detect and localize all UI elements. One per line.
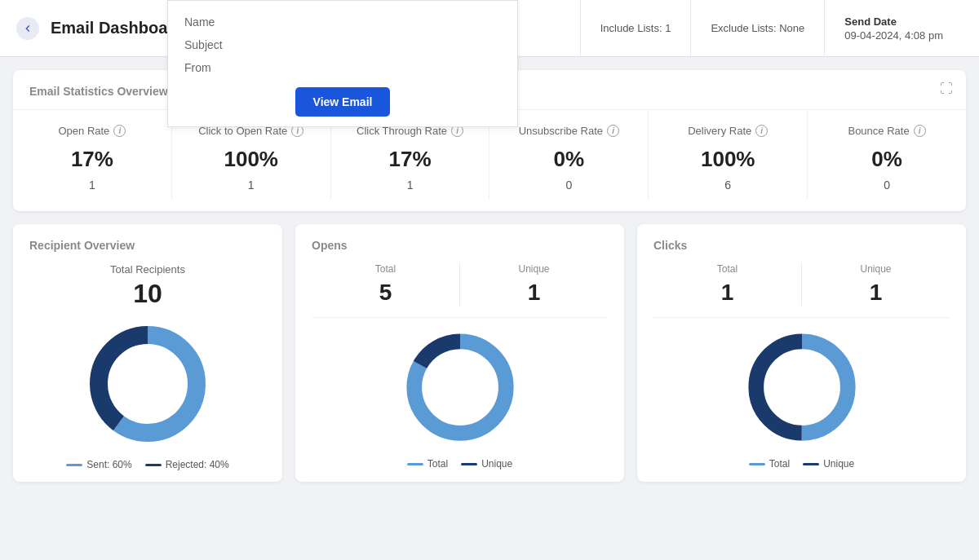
stat-value-1: 100% (180, 147, 322, 172)
exclude-lists-text: Exclude Lists: None (711, 22, 804, 34)
stat-label-4: Delivery Rate i (657, 125, 799, 137)
sent-label: Sent: 60% (86, 459, 131, 470)
stat-count-3: 0 (498, 179, 640, 192)
sent-legend: Sent: 60% (66, 459, 131, 470)
header-meta: Include Lists: 1 Exclude Lists: None Sen… (580, 0, 963, 57)
rejected-dot (145, 464, 162, 466)
clicks-total-legend-label: Total (769, 458, 790, 470)
page-header: Email Dashboard Name Subject From View E… (0, 0, 979, 57)
info-row-from: From (168, 56, 517, 79)
bottom-row: Recipient Overview Total Recipients 10 S… (13, 224, 966, 482)
clicks-unique-value: 1 (802, 280, 950, 306)
clicks-total-legend: Total (749, 458, 790, 470)
clicks-unique-legend-label: Unique (823, 458, 854, 470)
include-lists-label: Include Lists: 1 (600, 22, 671, 34)
opens-unique-label: Unique (460, 263, 608, 275)
total-recipients-value: 10 (29, 279, 266, 309)
include-lists-section: Include Lists: 1 (580, 0, 691, 57)
total-recipients-label: Total Recipients (29, 263, 266, 276)
clicks-total-value: 1 (653, 280, 801, 306)
opens-donut (312, 326, 608, 448)
opens-total-value: 5 (312, 280, 459, 306)
opens-total: Total 5 (312, 263, 459, 306)
clicks-donut (653, 326, 950, 448)
stat-cell-5: Bounce Rate i 0% 0 (808, 110, 966, 200)
stat-value-4: 100% (657, 147, 799, 172)
recipient-donut (29, 319, 266, 449)
info-row-name: Name (168, 11, 517, 33)
stat-label-3: Unsubscribe Rate i (498, 125, 640, 137)
subject-label: Subject (184, 38, 250, 51)
opens-legend: Total Unique (312, 458, 608, 470)
stat-count-2: 1 (339, 179, 481, 192)
stat-value-3: 0% (498, 147, 640, 172)
rejected-legend: Rejected: 40% (145, 459, 229, 470)
view-email-button[interactable]: View Email (295, 87, 391, 117)
opens-unique-legend: Unique (461, 458, 512, 470)
recipient-legend: Sent: 60% Rejected: 40% (29, 459, 266, 470)
clicks-donut-svg (741, 326, 863, 448)
exclude-lists-label: Exclude Lists: None (711, 22, 804, 34)
stat-label-5: Bounce Rate i (816, 125, 958, 137)
info-row-subject: Subject (168, 33, 517, 56)
clicks-unique-label: Unique (802, 263, 950, 275)
email-info-panel: Name Subject From View Email (167, 0, 518, 127)
recipient-donut-svg (82, 319, 213, 449)
stat-count-0: 1 (21, 179, 163, 192)
opens-total-legend: Total (407, 458, 448, 470)
exclude-lists-section: Exclude Lists: None (690, 0, 824, 57)
stat-cell-4: Delivery Rate i 100% 6 (649, 110, 808, 200)
stat-count-5: 0 (816, 179, 958, 192)
opens-total-label: Total (312, 263, 459, 275)
opens-stats-pair: Total 5 Unique 1 (312, 263, 608, 318)
send-date-value: 09-04-2024, 4:08 pm (844, 29, 943, 42)
stat-cell-0: Open Rate i 17% 1 (13, 110, 172, 200)
opens-unique-legend-label: Unique (481, 458, 512, 470)
clicks-legend: Total Unique (653, 458, 950, 470)
opens-unique: Unique 1 (459, 263, 608, 306)
opens-unique-dot (461, 463, 477, 465)
clicks-unique: Unique 1 (801, 263, 950, 306)
stat-label-0: Open Rate i (21, 125, 163, 137)
clicks-total-label: Total (653, 263, 801, 275)
clicks-total: Total 1 (653, 263, 801, 306)
recipient-card-title: Recipient Overview (29, 239, 266, 252)
page-title: Email Dashboard (51, 19, 184, 37)
send-date-section: Send Date 09-04-2024, 4:08 pm (824, 0, 963, 57)
info-icon-0[interactable]: i (113, 125, 126, 137)
info-icon-4[interactable]: i (755, 125, 768, 137)
clicks-stats-pair: Total 1 Unique 1 (653, 263, 950, 318)
opens-card: Opens Total 5 Unique 1 (295, 224, 624, 482)
stat-value-0: 17% (21, 147, 163, 172)
clicks-unique-dot (803, 463, 819, 465)
expand-icon[interactable]: ⛶ (940, 82, 953, 96)
opens-total-dot (407, 463, 423, 465)
opens-donut-svg (399, 326, 521, 448)
recipient-overview-card: Recipient Overview Total Recipients 10 S… (13, 224, 282, 482)
info-icon-5[interactable]: i (914, 125, 926, 137)
opens-card-title: Opens (312, 239, 608, 252)
back-button[interactable] (16, 17, 39, 40)
opens-total-legend-label: Total (427, 458, 448, 470)
info-icon-3[interactable]: i (607, 125, 619, 137)
include-lists-text: Include Lists: 1 (600, 22, 671, 34)
clicks-card: Clicks Total 1 Unique 1 (637, 224, 966, 482)
clicks-unique-legend: Unique (803, 458, 854, 470)
send-date-label: Send Date (844, 15, 943, 28)
clicks-total-dot (749, 463, 765, 465)
from-label: From (184, 61, 250, 74)
opens-unique-value: 1 (460, 280, 608, 306)
stat-count-4: 6 (657, 179, 799, 192)
stat-value-5: 0% (816, 147, 958, 172)
stat-value-2: 17% (339, 147, 481, 172)
clicks-card-title: Clicks (653, 239, 950, 252)
name-label: Name (184, 15, 250, 29)
rejected-label: Rejected: 40% (166, 459, 229, 470)
sent-dot (66, 464, 82, 466)
stat-count-1: 1 (180, 179, 322, 192)
